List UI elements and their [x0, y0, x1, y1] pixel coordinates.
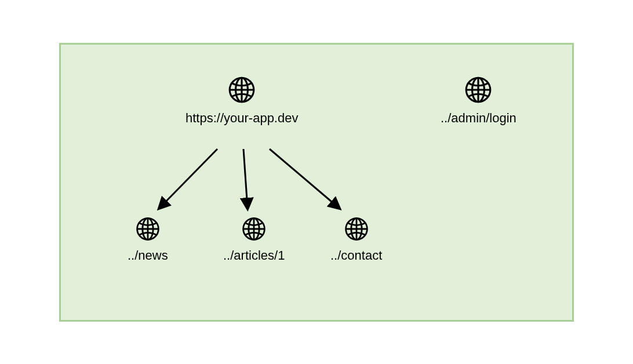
node-news: ../news: [128, 216, 168, 263]
node-root-label: https://your-app.dev: [185, 111, 298, 126]
node-root: https://your-app.dev: [185, 75, 298, 126]
globe-icon: [343, 216, 370, 242]
edge-root-contact: [270, 149, 339, 208]
node-contact: ../contact: [330, 216, 382, 263]
edge-root-news: [159, 149, 217, 208]
globe-icon: [227, 75, 257, 105]
globe-icon: [134, 216, 161, 242]
globe-icon: [463, 75, 493, 105]
node-articles-label: ../articles/1: [223, 248, 285, 263]
node-contact-label: ../contact: [330, 248, 382, 263]
diagram-panel: https://your-app.dev ../admin/login: [59, 43, 574, 322]
globe-icon: [241, 216, 267, 242]
node-admin-label: ../admin/login: [441, 111, 516, 126]
node-articles: ../articles/1: [223, 216, 285, 263]
node-admin: ../admin/login: [441, 75, 516, 126]
edge-root-articles: [243, 149, 248, 208]
node-news-label: ../news: [128, 248, 168, 263]
